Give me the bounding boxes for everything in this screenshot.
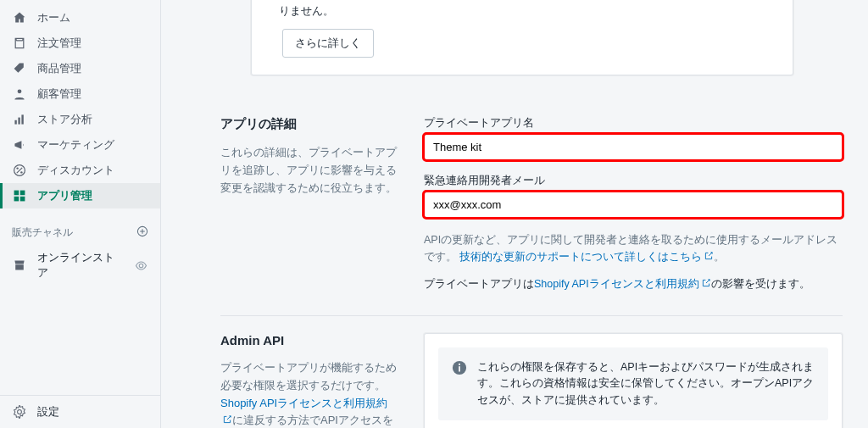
sidebar-item-customers[interactable]: 顧客管理 [0, 81, 160, 107]
info-icon [452, 360, 467, 375]
discounts-icon [12, 163, 27, 178]
view-store-icon[interactable] [133, 258, 148, 273]
sidebar-item-marketing[interactable]: マーケティング [0, 132, 160, 158]
sidebar-item-settings[interactable]: 設定 [0, 395, 160, 428]
sidebar-item-discounts[interactable]: ディスカウント [0, 158, 160, 183]
svg-point-0 [18, 89, 22, 93]
sidebar-item-orders[interactable]: 注文管理 [0, 31, 160, 56]
info-text-fragment: りません。 [279, 4, 776, 19]
section-app-details: アプリの詳細 これらの詳細は、プライベートアプリを追跡し、アプリに影響を与える変… [220, 99, 843, 315]
section-right: プライベートアプリ名 緊急連絡用開発者メール APIの更新など、アプリに関して開… [424, 116, 843, 292]
svg-rect-10 [20, 197, 25, 202]
main-content: りません。 さらに詳しく アプリの詳細 これらの詳細は、プライベートアプリを追跡… [161, 0, 868, 428]
app-name-input[interactable] [424, 134, 843, 160]
store-icon [12, 258, 27, 273]
channel-online-store[interactable]: オンラインストア [0, 245, 160, 286]
section-admin-api: Admin API プライベートアプリが機能するため必要な権限を選択するだけです… [220, 315, 843, 428]
admin-api-card: これらの権限を保存すると、APIキーおよびパスワードが生成されます。これらの資格… [424, 333, 843, 428]
support-link[interactable]: 技術的な更新のサポートについて詳しくはこちら [459, 251, 714, 263]
external-link-icon [704, 251, 714, 261]
sidebar-item-products[interactable]: 商品管理 [0, 56, 160, 81]
svg-point-15 [459, 364, 460, 365]
sidebar-item-label: アプリ管理 [37, 188, 92, 203]
sidebar-item-label: ストア分析 [37, 112, 92, 127]
sidebar-item-label: 商品管理 [37, 61, 81, 76]
channel-label: オンラインストア [37, 250, 124, 281]
field-app-name: プライベートアプリ名 [424, 116, 843, 160]
info-banner: りません。 さらに詳しく [251, 0, 793, 75]
field-label: 緊急連絡用開発者メール [424, 174, 843, 188]
section-left: Admin API プライベートアプリが機能するため必要な権限を選択するだけです… [220, 333, 398, 428]
svg-rect-2 [18, 118, 19, 125]
email-help-text: APIの更新など、アプリに関して開発者と連絡を取るために使用するメールアドレスで… [424, 231, 843, 265]
sidebar-item-home[interactable]: ホーム [0, 5, 160, 31]
field-label: プライベートアプリ名 [424, 116, 843, 131]
sidebar: ホーム 注文管理 商品管理 顧客管理 ストア分析 マーケティング ディスカウント [0, 0, 161, 428]
svg-point-5 [16, 167, 18, 169]
api-terms-link[interactable]: Shopify APIライセンスと利用規約 [534, 278, 711, 290]
marketing-icon [12, 137, 27, 153]
products-icon [12, 61, 27, 76]
sidebar-item-label: マーケティング [37, 137, 114, 153]
section-title: アプリの詳細 [220, 116, 398, 132]
sidebar-item-analytics[interactable]: ストア分析 [0, 107, 160, 132]
svg-point-6 [20, 171, 22, 173]
external-link-icon [222, 414, 232, 425]
channels-header: 販売チャネル [0, 214, 160, 245]
banner-text: これらの権限を保存すると、APIキーおよびパスワードが生成されます。これらの資格… [477, 359, 815, 409]
section-description: プライベートアプリが機能するため必要な権限を選択するだけです。Shopify A… [220, 359, 398, 428]
settings-label: 設定 [37, 404, 59, 420]
section-title: Admin API [220, 333, 398, 347]
section-description: これらの詳細は、プライベートアプリを追跡し、アプリに影響を与える変更を認識するた… [220, 144, 398, 197]
sidebar-item-label: 注文管理 [37, 36, 81, 51]
svg-rect-1 [14, 120, 16, 125]
section-right: これらの権限を保存すると、APIキーおよびパスワードが生成されます。これらの資格… [424, 333, 843, 428]
svg-rect-3 [21, 114, 23, 124]
channels-label: 販売チャネル [12, 225, 73, 240]
sidebar-item-label: 顧客管理 [37, 86, 81, 102]
gear-icon [12, 404, 27, 420]
svg-rect-14 [459, 366, 460, 371]
sidebar-item-label: ディスカウント [37, 163, 114, 178]
sidebar-item-label: ホーム [37, 10, 70, 25]
analytics-icon [12, 112, 27, 127]
svg-point-12 [139, 264, 143, 268]
card-info-banner: これらの権限を保存すると、APIキーおよびパスワードが生成されます。これらの資格… [438, 347, 828, 420]
orders-icon [12, 36, 27, 51]
svg-rect-9 [14, 197, 19, 202]
field-dev-email: 緊急連絡用開発者メール [424, 174, 843, 218]
section-left: アプリの詳細 これらの詳細は、プライベートアプリを追跡し、アプリに影響を与える変… [220, 116, 398, 292]
svg-rect-7 [14, 191, 19, 196]
terms-text: プライベートアプリはShopify APIライセンスと利用規約の影響を受けます。 [424, 277, 843, 292]
home-icon [12, 10, 27, 25]
add-channel-icon[interactable] [136, 225, 148, 240]
svg-rect-8 [20, 191, 25, 196]
dev-email-input[interactable] [424, 192, 843, 218]
learn-more-button[interactable]: さらに詳しく [282, 29, 374, 58]
sidebar-item-apps[interactable]: アプリ管理 [0, 183, 160, 208]
external-link-icon [701, 278, 711, 288]
nav-list: ホーム 注文管理 商品管理 顧客管理 ストア分析 マーケティング ディスカウント [0, 0, 160, 214]
customers-icon [12, 86, 27, 102]
apps-icon [12, 188, 27, 203]
